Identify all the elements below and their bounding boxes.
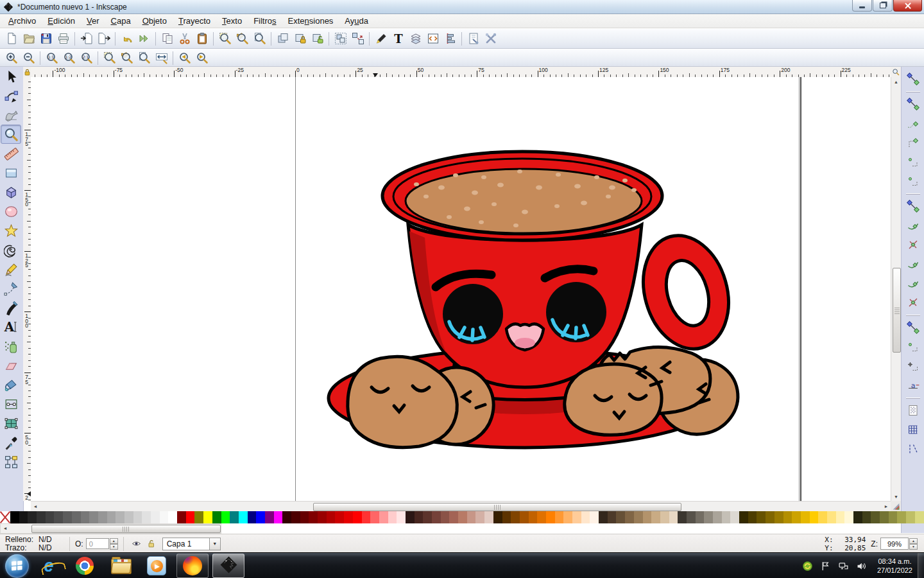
palette-swatch[interactable] bbox=[230, 511, 239, 523]
palette-swatch[interactable] bbox=[151, 511, 160, 523]
palette-swatch[interactable] bbox=[906, 511, 915, 523]
palette-swatch[interactable] bbox=[441, 511, 450, 523]
zoom-1-2-button[interactable] bbox=[60, 51, 78, 66]
snap-path-intersections-button[interactable] bbox=[905, 236, 921, 253]
palette-swatch[interactable] bbox=[107, 511, 116, 523]
import-button[interactable] bbox=[78, 30, 95, 47]
palette-swatch[interactable] bbox=[300, 511, 309, 523]
tool-gradient[interactable] bbox=[1, 394, 21, 414]
tool-paint-bucket[interactable] bbox=[1, 375, 21, 394]
tool-box-3d[interactable] bbox=[1, 182, 21, 202]
opacity-down-arrow[interactable]: ▼ bbox=[110, 544, 118, 550]
palette-swatch[interactable] bbox=[186, 511, 195, 523]
text-dialog-button[interactable] bbox=[389, 30, 407, 47]
palette-scrollbar-thumb[interactable] bbox=[31, 525, 221, 533]
new-document-button[interactable] bbox=[3, 30, 20, 47]
palette-swatch[interactable] bbox=[774, 511, 783, 523]
palette-swatch[interactable] bbox=[353, 511, 362, 523]
taskbar-explorer[interactable] bbox=[105, 554, 137, 578]
palette-swatch[interactable] bbox=[696, 511, 705, 523]
tool-mesh-gradient[interactable] bbox=[1, 414, 21, 433]
palette-swatch[interactable] bbox=[722, 511, 731, 523]
palette-swatch[interactable] bbox=[274, 511, 283, 523]
palette-swatch[interactable] bbox=[757, 511, 766, 523]
tool-tweak[interactable] bbox=[1, 105, 21, 125]
close-button[interactable] bbox=[893, 0, 922, 12]
palette-swatch[interactable] bbox=[89, 511, 98, 523]
tray-antivirus-button[interactable] bbox=[801, 559, 815, 573]
zoom-1-1-button[interactable] bbox=[43, 51, 60, 66]
create-clone-button[interactable] bbox=[291, 30, 309, 47]
palette-swatch[interactable] bbox=[344, 511, 353, 523]
palette-swatch[interactable] bbox=[687, 511, 696, 523]
palette-swatch[interactable] bbox=[309, 511, 318, 523]
palette-swatch[interactable] bbox=[160, 511, 169, 523]
palette-scroll-left-arrow[interactable]: ◄ bbox=[1, 524, 9, 532]
palette-swatch[interactable] bbox=[362, 511, 371, 523]
palette-swatch[interactable] bbox=[28, 511, 37, 523]
palette-swatch[interactable] bbox=[713, 511, 722, 523]
palette-swatch[interactable] bbox=[379, 511, 388, 523]
tool-eraser[interactable] bbox=[1, 356, 21, 375]
canvas[interactable] bbox=[31, 77, 891, 501]
restore-button[interactable] bbox=[873, 0, 893, 12]
print-document-button[interactable] bbox=[55, 30, 72, 47]
zoom-page-button[interactable] bbox=[251, 30, 268, 47]
palette-swatch[interactable] bbox=[194, 511, 203, 523]
palette-swatch[interactable] bbox=[177, 511, 186, 523]
align-distribute-button[interactable] bbox=[441, 30, 459, 47]
open-document-button[interactable] bbox=[20, 30, 37, 47]
menu-ver[interactable]: Ver bbox=[81, 15, 105, 27]
zoom-page-width-button[interactable] bbox=[153, 51, 170, 66]
zoom-to-drawing-button[interactable] bbox=[118, 51, 135, 66]
palette-swatch[interactable] bbox=[739, 511, 748, 523]
fill-stroke-dialog-button[interactable] bbox=[372, 30, 389, 47]
snap-enable-button[interactable] bbox=[905, 71, 921, 87]
copy-button[interactable] bbox=[158, 30, 176, 47]
snap-bbox-edge-midpoints-button[interactable] bbox=[905, 153, 921, 170]
duplicate-button[interactable] bbox=[274, 30, 291, 47]
palette-swatch[interactable] bbox=[239, 511, 248, 523]
palette-swatch[interactable] bbox=[116, 511, 124, 523]
palette-swatch[interactable] bbox=[634, 511, 643, 523]
palette-swatch[interactable] bbox=[599, 511, 608, 523]
menu-objeto[interactable]: Objeto bbox=[137, 15, 173, 27]
palette-swatch[interactable] bbox=[766, 511, 774, 523]
scroll-right-arrow[interactable]: ► bbox=[882, 502, 890, 511]
tool-selector[interactable] bbox=[1, 67, 21, 86]
palette-swatch[interactable] bbox=[133, 511, 142, 523]
snap-object-centers-button[interactable] bbox=[905, 338, 921, 355]
zoom-to-selection-button[interactable] bbox=[101, 51, 118, 66]
palette-scrollbar[interactable]: ◄ bbox=[0, 523, 221, 534]
horizontal-scrollbar-thumb[interactable] bbox=[313, 503, 681, 511]
palette-swatch[interactable] bbox=[475, 511, 484, 523]
palette-swatch[interactable] bbox=[572, 511, 581, 523]
taskbar-firefox[interactable] bbox=[176, 554, 209, 578]
tool-ellipse[interactable] bbox=[1, 202, 21, 221]
zoom-spinbox[interactable]: Z: 99% ▲▼ bbox=[871, 538, 918, 550]
zoom-drawing-button[interactable] bbox=[234, 30, 251, 47]
taskbar-inkscape[interactable] bbox=[212, 554, 244, 578]
palette-swatch[interactable] bbox=[660, 511, 669, 523]
opacity-spinbox[interactable]: 0 ▲▼ bbox=[86, 538, 118, 550]
layers-dialog-button[interactable] bbox=[407, 30, 424, 47]
palette-swatch[interactable] bbox=[608, 511, 617, 523]
export-button[interactable] bbox=[95, 30, 112, 47]
tool-calligraphy[interactable] bbox=[1, 298, 21, 317]
taskbar-media-player[interactable]: ▶ bbox=[141, 554, 173, 578]
palette-swatch[interactable] bbox=[581, 511, 590, 523]
menu-edicion[interactable]: Edición bbox=[42, 15, 81, 27]
minimize-button[interactable] bbox=[852, 0, 872, 12]
xml-editor-button[interactable] bbox=[424, 30, 441, 47]
palette-swatch[interactable] bbox=[844, 511, 853, 523]
unlink-clone-button[interactable] bbox=[309, 30, 326, 47]
snap-paths-button[interactable] bbox=[905, 217, 921, 234]
tool-text[interactable] bbox=[1, 317, 21, 337]
clock[interactable]: 08:34 a.m. 27/01/2022 bbox=[877, 557, 912, 575]
palette-swatch[interactable] bbox=[291, 511, 300, 523]
palette-swatch[interactable] bbox=[335, 511, 344, 523]
paste-button[interactable] bbox=[193, 30, 210, 47]
palette-swatch[interactable] bbox=[555, 511, 564, 523]
palette-swatch[interactable] bbox=[124, 511, 133, 523]
palette-swatch[interactable] bbox=[537, 511, 546, 523]
